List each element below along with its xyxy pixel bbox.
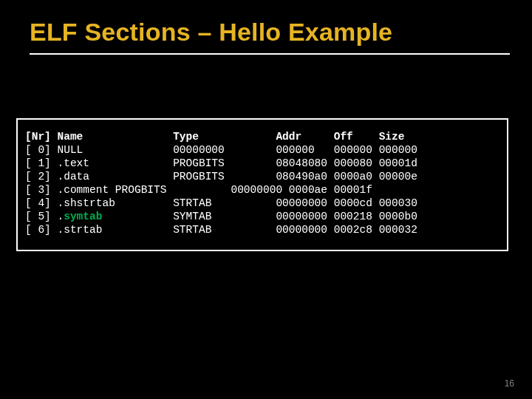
r2-addr: 080490a0 <box>276 171 327 183</box>
r1-off: 000080 <box>334 157 372 169</box>
r5-name-highlight: symtab <box>64 211 102 222</box>
hdr-name: Name <box>58 131 83 143</box>
r6-size: 000032 <box>379 224 417 236</box>
r6-type: STRTAB <box>173 224 211 236</box>
r4-nr: [ 4] <box>25 197 51 209</box>
r3-off: 0000ae <box>289 184 327 196</box>
r0-off: 000000 <box>334 144 372 156</box>
r6-nr: [ 6] <box>25 224 51 236</box>
r5-addr: 00000000 <box>276 211 327 222</box>
hdr-off: Off <box>334 131 353 143</box>
r2-size: 00000e <box>379 171 417 183</box>
r5-size: 0000b0 <box>379 211 417 222</box>
r2-nr: [ 2] <box>25 171 51 183</box>
r4-size: 000030 <box>379 197 417 209</box>
page-number: 16 <box>505 378 514 389</box>
slide: ELF Sections – Hello Example [Nr] Name T… <box>0 0 532 399</box>
r0-name: NULL <box>58 144 83 156</box>
r1-nr: [ 1] <box>25 157 51 169</box>
r4-addr: 00000000 <box>276 197 327 209</box>
r6-off: 0002c8 <box>334 224 372 236</box>
r6-addr: 00000000 <box>276 224 327 236</box>
r3-size: 00001f <box>334 184 372 196</box>
r4-type: STRTAB <box>173 197 211 209</box>
r0-size: 000000 <box>379 144 417 156</box>
r5-off: 000218 <box>334 211 372 222</box>
r2-type: PROGBITS <box>173 171 225 183</box>
r0-nr: [ 0] <box>25 144 51 156</box>
sections-table-box: [Nr] Name Type Addr Off Size [ 0] NULL 0… <box>16 118 508 251</box>
r3-nr: [ 3] <box>25 184 51 196</box>
hdr-type: Type <box>173 131 199 143</box>
r5-nr: [ 5] <box>25 211 51 222</box>
sections-table: [Nr] Name Type Addr Off Size [ 0] NULL 0… <box>25 130 499 236</box>
r2-off: 0000a0 <box>334 171 372 183</box>
slide-title: ELF Sections – Hello Example <box>30 18 502 47</box>
hdr-nr: [Nr] <box>25 131 51 143</box>
r6-name: .strtab <box>58 224 103 236</box>
r0-type: 00000000 <box>173 144 225 156</box>
r1-type: PROGBITS <box>173 157 225 169</box>
title-underline <box>30 53 510 55</box>
r1-name: .text <box>58 157 90 169</box>
r3-addr: 00000000 <box>231 184 282 196</box>
r2-name: .data <box>58 171 90 183</box>
r4-off: 0000cd <box>334 197 372 209</box>
r4-name: .shstrtab <box>58 197 115 209</box>
r1-size: 00001d <box>379 157 417 169</box>
r5-type: SYMTAB <box>173 211 211 222</box>
hdr-size: Size <box>379 131 405 143</box>
r0-addr: 000000 <box>276 144 314 156</box>
r1-addr: 08048080 <box>276 157 327 169</box>
r3-name: .comment PROGBITS <box>58 184 167 196</box>
hdr-addr: Addr <box>276 131 301 143</box>
